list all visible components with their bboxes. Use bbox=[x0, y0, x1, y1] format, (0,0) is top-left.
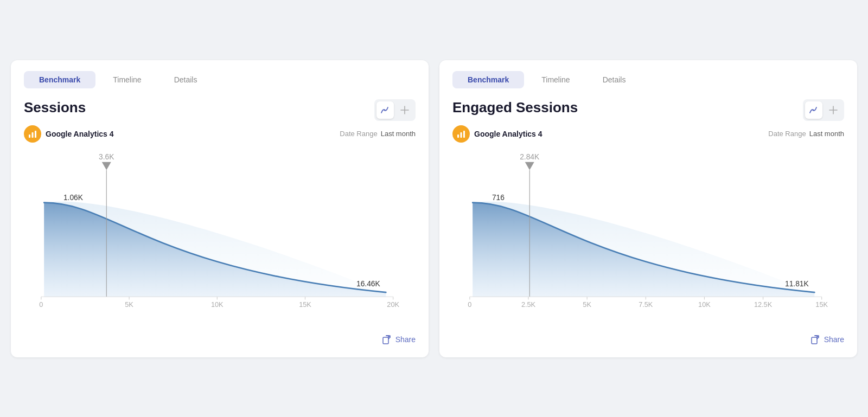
source-left: Google Analytics 4 bbox=[24, 125, 114, 143]
tab-benchmark[interactable]: Benchmark bbox=[452, 71, 524, 88]
share-label: Share bbox=[395, 335, 416, 344]
svg-text:5K: 5K bbox=[125, 300, 133, 309]
date-range: Date RangeLast month bbox=[768, 130, 844, 138]
svg-text:10K: 10K bbox=[698, 300, 711, 309]
svg-text:15K: 15K bbox=[815, 300, 828, 309]
share-row: Share bbox=[24, 335, 416, 344]
svg-text:716: 716 bbox=[492, 194, 505, 202]
svg-text:0: 0 bbox=[39, 300, 43, 309]
svg-marker-7 bbox=[102, 162, 111, 170]
panel-header: Engaged Sessions bbox=[452, 99, 844, 121]
svg-text:16.46K: 16.46K bbox=[356, 280, 381, 288]
svg-marker-30 bbox=[525, 162, 534, 170]
date-range-value: Last month bbox=[381, 130, 416, 138]
tab-details[interactable]: Details bbox=[588, 71, 641, 88]
svg-text:10K: 10K bbox=[211, 300, 224, 309]
source-row: Google Analytics 4Date RangeLast month bbox=[452, 125, 844, 143]
svg-rect-28 bbox=[463, 131, 465, 138]
svg-rect-26 bbox=[457, 134, 459, 138]
panel-sessions: BenchmarkTimelineDetailsSessions Google … bbox=[11, 60, 429, 357]
svg-text:20K: 20K bbox=[387, 300, 399, 309]
source-left: Google Analytics 4 bbox=[452, 125, 542, 143]
svg-point-0 bbox=[384, 109, 386, 111]
svg-text:2.84K: 2.84K bbox=[520, 153, 540, 161]
svg-text:0: 0 bbox=[468, 300, 471, 309]
tab-timeline[interactable]: Timeline bbox=[98, 71, 156, 88]
panel-engaged-sessions: BenchmarkTimelineDetailsEngaged Sessions… bbox=[439, 60, 857, 357]
panel-header: Sessions bbox=[24, 99, 416, 121]
source-row: Google Analytics 4Date RangeLast month bbox=[24, 125, 416, 143]
svg-rect-49 bbox=[812, 337, 817, 344]
source-icon bbox=[452, 125, 470, 143]
svg-text:11.81K: 11.81K bbox=[785, 280, 809, 288]
svg-text:15K: 15K bbox=[299, 300, 311, 309]
line-chart-icon[interactable] bbox=[805, 101, 822, 119]
tabs: BenchmarkTimelineDetails bbox=[24, 71, 416, 88]
line-chart-icon[interactable] bbox=[376, 101, 394, 119]
svg-point-23 bbox=[813, 109, 814, 111]
tab-timeline[interactable]: Timeline bbox=[526, 71, 585, 88]
source-icon bbox=[24, 125, 41, 143]
svg-text:3.6K: 3.6K bbox=[99, 153, 114, 161]
date-range-value: Last month bbox=[809, 130, 844, 138]
svg-rect-22 bbox=[383, 337, 388, 344]
tabs: BenchmarkTimelineDetails bbox=[452, 71, 844, 88]
share-button[interactable]: Share bbox=[382, 335, 416, 344]
crosshair-icon[interactable] bbox=[825, 101, 842, 119]
crosshair-icon[interactable] bbox=[396, 101, 413, 119]
chart-type-icons bbox=[374, 99, 416, 121]
svg-text:1.06K: 1.06K bbox=[63, 194, 84, 202]
share-row: Share bbox=[452, 335, 844, 344]
tab-details[interactable]: Details bbox=[159, 71, 213, 88]
tab-benchmark[interactable]: Benchmark bbox=[24, 71, 95, 88]
share-label: Share bbox=[824, 335, 844, 344]
share-button[interactable]: Share bbox=[811, 335, 844, 344]
panels-container: BenchmarkTimelineDetailsSessions Google … bbox=[11, 60, 857, 357]
svg-rect-5 bbox=[35, 131, 36, 138]
svg-rect-3 bbox=[29, 134, 30, 138]
svg-text:7.5K: 7.5K bbox=[639, 300, 653, 309]
chart-area: 2.84K 716 11.81K 0 2.5K 5K 7.5K 10K 12.5… bbox=[452, 152, 844, 326]
svg-rect-4 bbox=[32, 132, 34, 138]
source-name: Google Analytics 4 bbox=[474, 130, 542, 138]
date-range-label: Date Range bbox=[340, 130, 377, 138]
panel-title: Sessions bbox=[24, 99, 86, 116]
svg-text:5K: 5K bbox=[583, 300, 591, 309]
chart-area: 3.6K 1.06K 16.46K 0 5K 10K 15K 20K bbox=[24, 152, 416, 326]
date-range-label: Date Range bbox=[768, 130, 806, 138]
chart-type-icons bbox=[803, 99, 844, 121]
panel-title: Engaged Sessions bbox=[452, 99, 578, 116]
svg-text:12.5K: 12.5K bbox=[754, 300, 773, 309]
source-name: Google Analytics 4 bbox=[46, 130, 114, 138]
svg-rect-27 bbox=[461, 132, 462, 138]
date-range: Date RangeLast month bbox=[340, 130, 416, 138]
svg-text:2.5K: 2.5K bbox=[521, 300, 536, 309]
